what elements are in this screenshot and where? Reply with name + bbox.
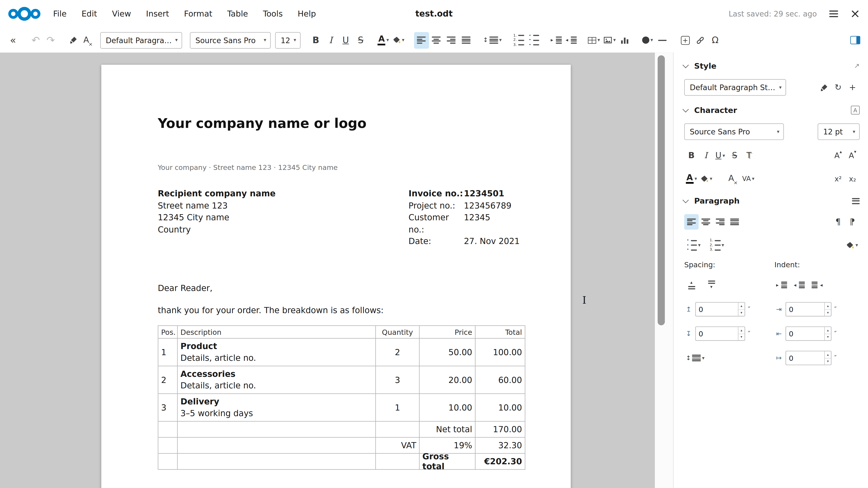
unordered-list-button[interactable]: ••• — [526, 32, 541, 48]
strikethrough-button[interactable]: S — [353, 32, 368, 48]
sidebar-italic-button[interactable]: I — [699, 148, 713, 163]
insert-image-button[interactable]: ▾ — [602, 32, 618, 48]
stepper[interactable]: ▴▾ — [825, 327, 831, 340]
align-right-button[interactable] — [444, 32, 459, 48]
row-price[interactable]: 50.00 — [420, 339, 475, 366]
hanging-indent-button[interactable]: ◂ — [810, 277, 825, 293]
row-pos[interactable]: 2 — [158, 366, 178, 394]
intro-text[interactable]: thank you for your order. The breakdown … — [158, 305, 571, 315]
company-heading[interactable]: Your company name or logo — [158, 65, 571, 131]
col-header-total[interactable]: Total — [475, 326, 525, 338]
invoice-meta-block[interactable]: Invoice no.:1234501 Project no.:12345678… — [408, 188, 520, 248]
insert-hyperlink-button[interactable] — [693, 32, 708, 48]
invoice-table[interactable]: Pos. Description Quantity Price Total 1 … — [158, 325, 525, 470]
indent-after-input[interactable] — [786, 329, 825, 338]
character-spacing-button[interactable]: VA▾ — [741, 171, 756, 187]
item-detail[interactable]: Details, article no. — [180, 352, 256, 364]
summary-empty-cell[interactable] — [178, 454, 376, 470]
row-description[interactable]: AccessoriesDetails, article no. — [178, 366, 376, 394]
item-name[interactable]: Delivery — [180, 396, 219, 408]
toggle-sidebar-button[interactable] — [847, 32, 862, 48]
sidebar-bold-button[interactable]: B — [684, 148, 699, 163]
sender-line[interactable]: Your company · Street name 123 · 12345 C… — [158, 163, 571, 171]
font-size-select[interactable]: 12 ▾ — [275, 32, 301, 48]
sidebar-increase-indent-button[interactable]: ▸ — [774, 277, 789, 293]
menu-table[interactable]: Table — [227, 9, 248, 18]
date-value[interactable]: 27. Nov 2021 — [464, 236, 520, 248]
menu-format[interactable]: Format — [184, 9, 212, 18]
character-section-header[interactable]: Character A — [684, 103, 860, 117]
sidebar-strikethrough-button[interactable]: S — [727, 148, 742, 163]
customer-no-row[interactable]: Customer no.:12345 — [408, 212, 520, 236]
increase-spacing-button[interactable]: ▴ — [684, 277, 699, 293]
sidebar-underline-button[interactable]: U▾ — [713, 148, 727, 163]
row-price[interactable]: 10.00 — [420, 394, 475, 422]
special-character-button[interactable]: Ω — [708, 32, 723, 48]
superscript-button[interactable]: x² — [831, 171, 845, 187]
spacing-below-spinner[interactable]: ▴▾ — [695, 326, 745, 341]
document-canvas[interactable]: Your company name or logo Your company ·… — [0, 53, 673, 488]
spacing-below-input[interactable] — [696, 329, 738, 338]
gross-total-value[interactable]: €202.30 — [475, 454, 525, 470]
style-dialog-launcher-icon[interactable]: ↗ — [854, 62, 860, 70]
new-style-button[interactable]: + — [845, 80, 860, 95]
sidebar-justify-button[interactable] — [727, 214, 742, 230]
collapse-menubar-icon[interactable] — [829, 11, 838, 17]
update-style-button[interactable]: ↻ — [831, 80, 845, 95]
invoice-no-row[interactable]: Invoice no.:1234501 — [408, 188, 520, 200]
vat-value[interactable]: 32.30 — [475, 437, 525, 454]
stepper[interactable]: ▴▾ — [738, 327, 745, 340]
gross-total-label[interactable]: Gross total — [420, 454, 475, 470]
item-detail[interactable]: 3–5 working days — [180, 408, 253, 419]
menu-insert[interactable]: Insert — [146, 9, 169, 18]
justify-button[interactable] — [459, 32, 473, 48]
sidebar-clear-formatting-button[interactable]: A× — [726, 171, 741, 187]
row-quantity[interactable]: 3 — [376, 366, 420, 394]
sidebar-paragraph-style-select[interactable]: Default Paragraph Style ▾ — [684, 79, 786, 96]
col-header-price[interactable]: Price — [420, 326, 475, 338]
sidebar-highlight-button[interactable]: ▾ — [699, 171, 714, 187]
paragraph-style-select[interactable]: Default Paragraph ... ▾ — [100, 32, 182, 48]
ordered-list-button[interactable]: 1.2.3. — [511, 32, 526, 48]
summary-qty-cell[interactable] — [376, 422, 420, 437]
sidebar-align-center-button[interactable] — [699, 214, 713, 230]
sidebar-bullet-list-button[interactable]: •••▾ — [684, 237, 702, 253]
decrease-spacing-button[interactable]: ▾ — [704, 277, 719, 293]
customer-no-value[interactable]: 12345 — [464, 212, 490, 236]
vat-label[interactable]: VAT — [376, 437, 420, 454]
item-detail[interactable]: Details, article no. — [180, 380, 256, 391]
menu-help[interactable]: Help — [298, 9, 316, 18]
indent-after-spinner[interactable]: ▴▾ — [785, 326, 831, 341]
row-total[interactable]: 100.00 — [475, 339, 525, 366]
row-total[interactable]: 10.00 — [475, 394, 525, 422]
scrollbar-thumb[interactable] — [657, 55, 665, 325]
highlight-color-button[interactable]: ▾ — [391, 32, 406, 48]
sidebar-font-name-select[interactable]: Source Sans Pro ▾ — [684, 123, 784, 140]
summary-empty-cell[interactable] — [158, 437, 178, 454]
summary-qty-cell[interactable] — [376, 454, 420, 470]
align-left-button[interactable] — [414, 32, 429, 48]
sidebar-align-left-button[interactable] — [684, 214, 699, 230]
insert-field-button[interactable]: + — [678, 32, 692, 48]
summary-empty-cell[interactable] — [178, 437, 376, 454]
font-color-button[interactable]: A ▾ — [376, 32, 391, 48]
menu-tools[interactable]: Tools — [263, 9, 283, 18]
col-header-quantity[interactable]: Quantity — [376, 326, 420, 338]
summary-empty-cell[interactable] — [178, 422, 376, 437]
underline-button[interactable]: U — [338, 32, 353, 48]
decrease-indent-button[interactable]: ◂ — [564, 32, 579, 48]
stepper[interactable]: ▴▾ — [738, 303, 745, 316]
clear-formatting-button[interactable]: A× — [81, 32, 96, 48]
row-description[interactable]: ProductDetails, article no. — [178, 339, 376, 366]
row-quantity[interactable]: 2 — [376, 339, 420, 366]
menu-edit[interactable]: Edit — [82, 9, 97, 18]
spacing-above-spinner[interactable]: ▴▾ — [695, 302, 745, 317]
vertical-scrollbar[interactable] — [655, 53, 673, 488]
menu-file[interactable]: File — [53, 9, 66, 18]
col-header-description[interactable]: Description — [178, 326, 376, 338]
project-no-value[interactable]: 123456789 — [464, 200, 511, 212]
align-center-button[interactable] — [429, 32, 444, 48]
item-name[interactable]: Product — [180, 340, 217, 352]
project-no-row[interactable]: Project no.:123456789 — [408, 200, 520, 212]
date-row[interactable]: Date:27. Nov 2021 — [408, 236, 520, 248]
